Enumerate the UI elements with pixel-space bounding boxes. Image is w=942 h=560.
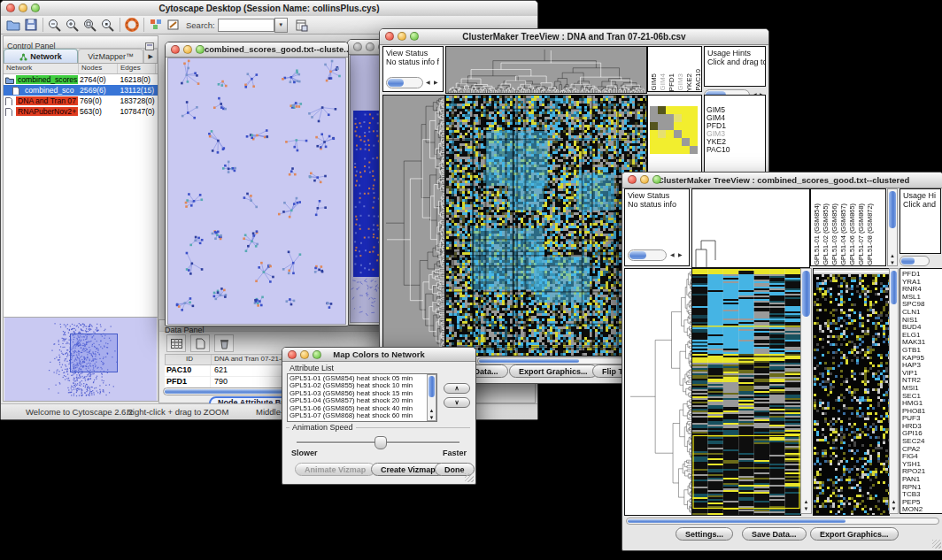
scroll-up-icon[interactable]: ▲ [890,499,898,504]
matrix-cell[interactable] [682,138,690,146]
matrix-cell[interactable] [658,146,666,154]
network-table-row[interactable]: combined_sco2569(6)13112(15) [4,85,158,96]
matrix-cell[interactable] [666,114,674,122]
network-window-titlebar[interactable]: combined_scores_good.txt--cluste... [166,42,348,58]
matrix-cell[interactable] [674,114,682,122]
gene-label[interactable]: MON2 [900,506,942,514]
scroll-up-icon[interactable]: ▲ [801,499,811,504]
tv1-heatmap-canvas[interactable] [445,95,647,357]
export-graphics-button[interactable]: Export Graphics... [810,527,899,541]
zoom-out-icon[interactable] [46,17,64,33]
matrix-cell[interactable] [682,106,690,114]
matrix-cell[interactable] [690,106,698,114]
main-titlebar[interactable]: Cytoscape Desktop (Session Name: collins… [1,1,537,17]
slider-thumb[interactable] [374,436,387,449]
minimize-button[interactable] [640,175,649,184]
move-attribute-down-button[interactable]: ∨ [444,397,470,408]
annotation-icon[interactable] [165,17,182,33]
tv1-column-label[interactable]: PFD1 [668,73,676,91]
zoom-button[interactable] [31,4,40,12]
tv2-heatmap-scrollbar[interactable]: ▲ ▼ [800,268,812,514]
tv1-hscrollbar[interactable] [477,357,645,364]
matrix-cell[interactable] [674,146,682,154]
matrix-cell[interactable] [682,146,690,154]
close-button[interactable] [6,4,15,12]
matrix-cell[interactable] [674,138,682,146]
matrix-cell[interactable] [682,130,690,138]
attribute-list-item[interactable]: GPL51-07 (GSM868) heat shock 60 min [290,412,426,419]
scroll-up-icon[interactable]: ▲ [888,253,897,258]
tv1-row-dendrogram[interactable] [382,95,445,357]
export-graphics-button[interactable]: Export Graphics... [509,364,598,378]
zoom-selected-icon[interactable] [99,17,117,33]
save-icon[interactable] [22,17,40,33]
matrix-cell[interactable] [674,106,682,114]
help-lifering-icon[interactable] [123,17,141,33]
network-canvas[interactable] [167,58,346,325]
scroll-down-icon[interactable]: ▼ [428,415,436,420]
matrix-cell[interactable] [658,114,666,122]
move-attribute-up-button[interactable]: ∧ [444,383,470,394]
network-view-window[interactable]: combined_scores_good.txt--cluste... [165,42,349,326]
zoom-button[interactable] [196,45,205,54]
attribute-list-scrollbar[interactable]: ▲ ▼ [427,374,436,421]
matrix-cell[interactable] [650,106,658,114]
close-button[interactable] [288,350,297,359]
matrix-cell[interactable] [690,146,698,154]
attribute-table-icon[interactable] [166,334,186,352]
tv2-column-label[interactable]: GPL51-04 (GSM857) [839,203,847,265]
animation-speed-slider[interactable] [297,441,459,444]
matrix-cell[interactable] [658,106,666,114]
settings-button[interactable]: Settings... [676,527,733,541]
tv2-column-labels-scrollbar[interactable]: ▲ ▼ [887,188,898,266]
resize-grip[interactable] [932,540,941,548]
matrix-cell[interactable] [666,138,674,146]
treeview1-titlebar[interactable]: ClusterMaker TreeView : DNA and Tran 07-… [380,29,768,45]
column-header[interactable]: ID [166,355,212,364]
vizmap-icon[interactable] [147,17,165,33]
column-header[interactable]: Edges [118,64,156,73]
matrix-cell[interactable] [666,106,674,114]
matrix-cell[interactable] [650,122,658,130]
matrix-cell[interactable] [690,114,698,122]
minimize-button[interactable] [19,4,27,12]
matrix-cell[interactable] [682,122,690,130]
tv2-row-dendrogram[interactable] [624,268,693,516]
tv2-column-dendrogram[interactable] [691,188,810,268]
tv2-column-label[interactable]: GPL51-08 (GSM872) [866,203,874,265]
tv2-heatmap-canvas[interactable] [691,268,801,516]
tv1-column-label[interactable]: GIM4 [659,73,667,91]
zoom-button[interactable] [652,175,661,184]
scroll-down-icon[interactable]: ▼ [888,260,897,265]
tv2-column-label[interactable]: GPL51-01 (GSM854) [813,203,821,265]
matrix-cell[interactable] [666,146,674,154]
animate-vizmap-button[interactable]: Animate Vizmap [295,463,375,476]
matrix-cell[interactable] [674,130,682,138]
treeview2-titlebar[interactable]: ClusterMaker TreeView : combined_scores_… [622,173,942,188]
matrix-cell[interactable] [650,130,658,138]
minimize-button[interactable] [183,45,192,54]
network-table-row[interactable]: DNA and Tran 07769(0)183728(0) [4,96,158,106]
tv2-gene-list-scrollbar[interactable]: ▲ ▼ [889,268,899,514]
tv2-column-label[interactable]: GPL51-03 (GSM856) [830,203,838,265]
save-data-button[interactable]: Save Data... [742,527,807,541]
matrix-cell[interactable] [690,130,698,138]
close-button[interactable] [628,175,637,184]
scroll-down-icon[interactable]: ▼ [890,506,898,511]
scroll-down-icon[interactable]: ▼ [801,506,811,511]
new-attribute-icon[interactable] [190,334,210,352]
attribute-listbox[interactable]: GPL51-01 (GSM854) heat shock 05 minGPL51… [287,373,437,422]
matrix-cell[interactable] [682,114,690,122]
minimize-button[interactable] [398,32,406,41]
dialog-titlebar[interactable]: Map Colors to Network [282,348,475,362]
tab-network[interactable]: Network [4,49,78,63]
matrix-cell[interactable] [674,122,682,130]
delete-attribute-icon[interactable] [214,334,234,352]
matrix-cell[interactable] [650,138,658,146]
matrix-cell[interactable] [690,138,698,146]
import-table-icon[interactable] [293,17,311,33]
tv1-status-scrollbar[interactable] [386,77,423,88]
tv1-column-label[interactable]: YKE2 [685,73,693,91]
tab-vizmapper[interactable]: VizMapper™ [78,49,143,63]
matrix-cell[interactable] [658,122,666,130]
